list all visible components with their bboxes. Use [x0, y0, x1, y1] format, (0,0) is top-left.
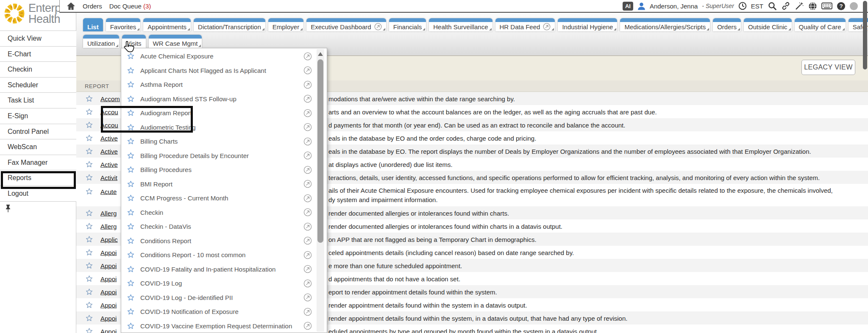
open-report-icon[interactable]: [303, 265, 312, 273]
favorite-star-icon[interactable]: [127, 251, 134, 258]
dropdown-report-item[interactable]: Checkin: [121, 205, 316, 220]
sidebar-item[interactable]: E-Sign: [0, 108, 76, 124]
open-report-icon[interactable]: [303, 123, 312, 131]
favorite-star-icon[interactable]: [127, 266, 134, 273]
report-link[interactable]: Appoi: [100, 314, 117, 322]
report-link[interactable]: Active: [100, 134, 118, 142]
open-report-icon[interactable]: [303, 251, 312, 259]
sidebar-item[interactable]: Control Panel: [0, 124, 76, 140]
favorite-star-icon[interactable]: [127, 152, 134, 159]
sidebar-item[interactable]: Fax Manager: [0, 155, 76, 171]
open-report-icon[interactable]: [303, 279, 312, 288]
open-report-icon[interactable]: [303, 308, 312, 316]
favorite-star-icon[interactable]: [127, 81, 134, 88]
tab-industrial-hygiene[interactable]: Industrial Hygiene: [558, 18, 617, 31]
favorite-star-icon[interactable]: [127, 209, 134, 216]
dropdown-report-item[interactable]: Acute Chemical Exposure: [121, 49, 316, 64]
open-report-icon[interactable]: [303, 194, 312, 203]
dropdown-report-item[interactable]: Audiogram Report: [121, 106, 316, 120]
report-link[interactable]: Accou: [100, 121, 118, 128]
report-link[interactable]: Appoi: [100, 262, 117, 269]
page-scrollbar[interactable]: [863, 1, 867, 69]
tab-quality-of-care[interactable]: Quality of Care: [795, 18, 846, 31]
scroll-up-arrow[interactable]: [318, 52, 323, 56]
clock-icon[interactable]: [738, 2, 747, 10]
tab-orders[interactable]: Orders: [713, 18, 741, 31]
favorite-star-icon[interactable]: [86, 222, 93, 230]
favorite-star-icon[interactable]: [86, 288, 93, 295]
report-link[interactable]: Accom: [100, 95, 120, 102]
favorite-star-icon[interactable]: [86, 275, 93, 282]
dropdown-report-item[interactable]: BMI Report: [121, 177, 316, 191]
nav-orders-link[interactable]: Orders: [83, 3, 102, 10]
tab-financials[interactable]: Financials: [389, 18, 426, 31]
keyboard-icon[interactable]: [821, 2, 832, 10]
tab-employer[interactable]: Employer: [268, 18, 303, 31]
dropdown-report-item[interactable]: COVID-19 Vaccine Exemption Request Deter…: [121, 319, 316, 333]
tab-wr-case-mgmt[interactable]: WR Case Mgmt: [149, 35, 202, 48]
dropdown-report-item[interactable]: Billing Procedures: [121, 163, 316, 177]
sidebar-item[interactable]: Reports: [0, 170, 76, 186]
tab-appointments[interactable]: Appointments: [143, 18, 191, 31]
globe-icon[interactable]: [808, 2, 817, 11]
dropdown-report-item[interactable]: Checkin - DataVis: [121, 219, 316, 234]
favorite-star-icon[interactable]: [86, 327, 93, 333]
dropdown-report-item[interactable]: CCM Progress - Current Month: [121, 191, 316, 205]
tab-health-surveillance[interactable]: Health Surveillance: [429, 18, 492, 31]
favorite-star-icon[interactable]: [127, 308, 134, 315]
sidebar-item[interactable]: Checkin: [0, 62, 76, 78]
open-report-icon[interactable]: [303, 166, 312, 174]
dropdown-report-item[interactable]: COVID-19 Log: [121, 276, 316, 291]
wand-icon[interactable]: [795, 1, 804, 11]
report-link[interactable]: Activit: [100, 174, 117, 181]
presence-dot[interactable]: [850, 2, 858, 10]
dropdown-report-item[interactable]: Conditions Report - 10 most common: [121, 248, 316, 262]
tab-favorites[interactable]: Favorites: [106, 18, 141, 31]
favorite-star-icon[interactable]: [86, 121, 93, 128]
scrollbar-thumb[interactable]: [317, 59, 323, 243]
favorite-star-icon[interactable]: [86, 95, 93, 102]
dropdown-report-item[interactable]: Asthma Report: [121, 78, 316, 92]
favorite-star-icon[interactable]: [86, 262, 93, 269]
tab-list[interactable]: List: [83, 18, 103, 31]
dropdown-report-item[interactable]: COVID-19 Notification of Exposure: [121, 305, 316, 319]
sidebar-pin[interactable]: [5, 204, 11, 214]
open-report-icon[interactable]: [303, 222, 312, 231]
open-report-icon[interactable]: [303, 80, 312, 89]
open-report-icon[interactable]: [303, 109, 312, 117]
tab-hr-data-feed[interactable]: HR Data Feed: [495, 18, 555, 31]
legacy-view-button[interactable]: LEGACY VIEW: [801, 60, 855, 75]
favorite-star-icon[interactable]: [127, 138, 134, 145]
dropdown-report-item[interactable]: COVID-19 Log - De-identified PII: [121, 291, 316, 305]
sidebar-item[interactable]: Task List: [0, 93, 76, 108]
tab-executive-dashboard[interactable]: Executive Dashboard: [306, 18, 386, 31]
report-link[interactable]: Allerg: [100, 209, 117, 216]
favorite-star-icon[interactable]: [127, 237, 134, 244]
report-link[interactable]: Applic: [100, 236, 118, 243]
report-link[interactable]: Allerg: [100, 222, 117, 230]
favorite-star-icon[interactable]: [127, 67, 134, 74]
tab-medications-allergies-scripts[interactable]: Medications/Allergies/Scripts: [620, 18, 710, 31]
help-icon[interactable]: ?: [837, 2, 846, 11]
open-report-icon[interactable]: [303, 66, 312, 75]
sidebar-item[interactable]: Quick View: [0, 31, 76, 47]
open-report-icon[interactable]: [303, 151, 312, 160]
favorite-star-icon[interactable]: [127, 166, 134, 173]
favorite-star-icon[interactable]: [127, 322, 134, 330]
tab-dictation-transcription[interactable]: Dictation/Transcription: [194, 18, 265, 31]
report-link[interactable]: Active: [100, 161, 118, 168]
sidebar-item[interactable]: WebScan: [0, 139, 76, 155]
favorite-star-icon[interactable]: [86, 314, 93, 322]
report-link[interactable]: Accou: [100, 108, 118, 115]
favorite-star-icon[interactable]: [86, 134, 93, 142]
sidebar-item[interactable]: Scheduler: [0, 78, 76, 93]
report-link[interactable]: Appoi: [100, 275, 117, 282]
report-link[interactable]: Appoi: [100, 327, 117, 333]
favorite-star-icon[interactable]: [86, 161, 93, 168]
favorite-star-icon[interactable]: [86, 236, 93, 243]
open-report-icon[interactable]: [303, 180, 312, 188]
favorite-star-icon[interactable]: [127, 280, 134, 287]
link-icon[interactable]: [781, 1, 790, 11]
search-icon[interactable]: [768, 1, 777, 11]
tab-utilization[interactable]: Utilization: [83, 35, 119, 48]
